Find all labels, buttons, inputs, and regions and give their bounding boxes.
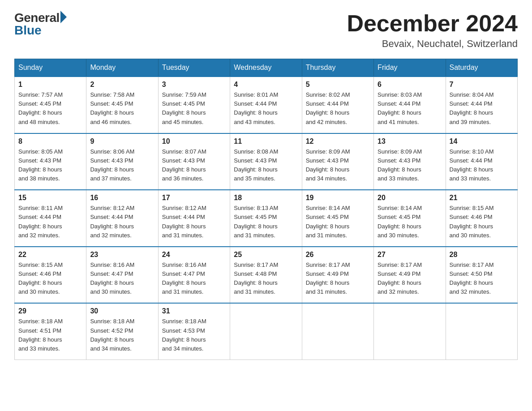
day-info: Sunrise: 8:17 AMSunset: 4:49 PMDaylight:… xyxy=(306,261,370,297)
calendar-cell: 2Sunrise: 7:58 AMSunset: 4:45 PMDaylight… xyxy=(86,77,158,133)
calendar-header-row: SundayMondayTuesdayWednesdayThursdayFrid… xyxy=(15,59,518,77)
calendar-cell: 7Sunrise: 8:04 AMSunset: 4:44 PMDaylight… xyxy=(446,77,517,133)
day-info: Sunrise: 8:07 AMSunset: 4:43 PMDaylight:… xyxy=(162,147,226,184)
week-row-1: 1Sunrise: 7:57 AMSunset: 4:45 PMDaylight… xyxy=(15,77,518,133)
calendar-cell xyxy=(446,303,517,360)
day-number: 28 xyxy=(450,251,514,259)
day-number: 14 xyxy=(450,137,514,146)
calendar-cell: 9Sunrise: 8:06 AMSunset: 4:43 PMDaylight… xyxy=(86,133,158,190)
day-info: Sunrise: 8:12 AMSunset: 4:44 PMDaylight:… xyxy=(90,204,154,240)
calendar-cell: 4Sunrise: 8:01 AMSunset: 4:44 PMDaylight… xyxy=(230,77,302,133)
day-number: 21 xyxy=(450,194,514,202)
day-number: 30 xyxy=(90,307,154,315)
day-number: 13 xyxy=(378,137,442,146)
calendar-cell: 10Sunrise: 8:07 AMSunset: 4:43 PMDayligh… xyxy=(158,133,230,190)
day-info: Sunrise: 8:01 AMSunset: 4:44 PMDaylight:… xyxy=(234,90,298,127)
calendar-cell: 23Sunrise: 8:16 AMSunset: 4:47 PMDayligh… xyxy=(86,247,158,304)
calendar-cell: 31Sunrise: 8:18 AMSunset: 4:53 PMDayligh… xyxy=(158,303,230,360)
month-title: December 2024 xyxy=(347,11,518,36)
header-col-friday: Friday xyxy=(374,59,446,77)
calendar-cell: 22Sunrise: 8:15 AMSunset: 4:46 PMDayligh… xyxy=(15,247,86,304)
day-number: 2 xyxy=(90,81,154,89)
day-number: 20 xyxy=(378,194,442,202)
day-info: Sunrise: 8:08 AMSunset: 4:43 PMDaylight:… xyxy=(234,147,298,184)
day-info: Sunrise: 8:04 AMSunset: 4:44 PMDaylight:… xyxy=(450,90,514,127)
day-number: 31 xyxy=(162,307,226,315)
day-info: Sunrise: 8:16 AMSunset: 4:47 PMDaylight:… xyxy=(162,261,226,297)
calendar-cell: 27Sunrise: 8:17 AMSunset: 4:49 PMDayligh… xyxy=(374,247,446,304)
calendar-cell: 26Sunrise: 8:17 AMSunset: 4:49 PMDayligh… xyxy=(302,247,373,304)
calendar-cell: 21Sunrise: 8:15 AMSunset: 4:46 PMDayligh… xyxy=(446,190,517,247)
day-info: Sunrise: 8:16 AMSunset: 4:47 PMDaylight:… xyxy=(90,261,154,297)
day-info: Sunrise: 8:15 AMSunset: 4:46 PMDaylight:… xyxy=(18,261,82,297)
calendar-cell xyxy=(230,303,302,360)
day-number: 3 xyxy=(162,81,226,89)
day-info: Sunrise: 8:13 AMSunset: 4:45 PMDaylight:… xyxy=(234,204,298,240)
day-info: Sunrise: 7:58 AMSunset: 4:45 PMDaylight:… xyxy=(90,90,154,127)
day-info: Sunrise: 8:06 AMSunset: 4:43 PMDaylight:… xyxy=(90,147,154,184)
calendar-cell: 17Sunrise: 8:12 AMSunset: 4:44 PMDayligh… xyxy=(158,190,230,247)
day-info: Sunrise: 8:02 AMSunset: 4:44 PMDaylight:… xyxy=(306,90,370,127)
calendar-cell: 3Sunrise: 7:59 AMSunset: 4:45 PMDaylight… xyxy=(158,77,230,133)
day-info: Sunrise: 8:03 AMSunset: 4:44 PMDaylight:… xyxy=(378,90,442,127)
day-info: Sunrise: 8:14 AMSunset: 4:45 PMDaylight:… xyxy=(378,204,442,240)
title-area: December 2024 Bevaix, Neuchatel, Switzer… xyxy=(347,11,518,50)
week-row-4: 22Sunrise: 8:15 AMSunset: 4:46 PMDayligh… xyxy=(15,247,518,304)
calendar-cell: 11Sunrise: 8:08 AMSunset: 4:43 PMDayligh… xyxy=(230,133,302,190)
calendar-cell: 8Sunrise: 8:05 AMSunset: 4:43 PMDaylight… xyxy=(15,133,86,190)
day-number: 22 xyxy=(18,251,82,259)
day-number: 9 xyxy=(90,137,154,146)
day-number: 23 xyxy=(90,251,154,259)
day-number: 11 xyxy=(234,137,298,146)
header-col-sunday: Sunday xyxy=(15,59,86,77)
logo-arrow-icon xyxy=(60,11,67,23)
logo-blue-text: Blue xyxy=(14,23,42,38)
week-row-5: 29Sunrise: 8:18 AMSunset: 4:51 PMDayligh… xyxy=(15,303,518,360)
page-header: General Blue December 2024 Bevaix, Neuch… xyxy=(14,11,518,50)
day-info: Sunrise: 7:57 AMSunset: 4:45 PMDaylight:… xyxy=(18,90,82,127)
week-row-2: 8Sunrise: 8:05 AMSunset: 4:43 PMDaylight… xyxy=(15,133,518,190)
calendar-cell: 20Sunrise: 8:14 AMSunset: 4:45 PMDayligh… xyxy=(374,190,446,247)
day-number: 8 xyxy=(18,137,82,146)
day-number: 19 xyxy=(306,194,370,202)
calendar-cell: 5Sunrise: 8:02 AMSunset: 4:44 PMDaylight… xyxy=(302,77,373,133)
day-info: Sunrise: 8:10 AMSunset: 4:44 PMDaylight:… xyxy=(450,147,514,184)
calendar-cell: 15Sunrise: 8:11 AMSunset: 4:44 PMDayligh… xyxy=(15,190,86,247)
day-info: Sunrise: 8:15 AMSunset: 4:46 PMDaylight:… xyxy=(450,204,514,240)
header-col-tuesday: Tuesday xyxy=(158,59,230,77)
calendar-cell: 13Sunrise: 8:09 AMSunset: 4:43 PMDayligh… xyxy=(374,133,446,190)
day-number: 18 xyxy=(234,194,298,202)
day-info: Sunrise: 8:17 AMSunset: 4:49 PMDaylight:… xyxy=(378,261,442,297)
header-col-thursday: Thursday xyxy=(302,59,373,77)
calendar-cell: 1Sunrise: 7:57 AMSunset: 4:45 PMDaylight… xyxy=(15,77,86,133)
day-number: 1 xyxy=(18,81,82,89)
calendar-cell: 6Sunrise: 8:03 AMSunset: 4:44 PMDaylight… xyxy=(374,77,446,133)
day-number: 15 xyxy=(18,194,82,202)
calendar-cell: 25Sunrise: 8:17 AMSunset: 4:48 PMDayligh… xyxy=(230,247,302,304)
calendar-cell: 19Sunrise: 8:14 AMSunset: 4:45 PMDayligh… xyxy=(302,190,373,247)
location-title: Bevaix, Neuchatel, Switzerland xyxy=(347,38,518,50)
day-number: 29 xyxy=(18,307,82,315)
header-col-monday: Monday xyxy=(86,59,158,77)
calendar-cell: 29Sunrise: 8:18 AMSunset: 4:51 PMDayligh… xyxy=(15,303,86,360)
day-info: Sunrise: 8:09 AMSunset: 4:43 PMDaylight:… xyxy=(378,147,442,184)
day-info: Sunrise: 8:11 AMSunset: 4:44 PMDaylight:… xyxy=(18,204,82,240)
day-info: Sunrise: 8:09 AMSunset: 4:43 PMDaylight:… xyxy=(306,147,370,184)
day-info: Sunrise: 7:59 AMSunset: 4:45 PMDaylight:… xyxy=(162,90,226,127)
day-number: 24 xyxy=(162,251,226,259)
day-info: Sunrise: 8:18 AMSunset: 4:52 PMDaylight:… xyxy=(90,317,154,353)
week-row-3: 15Sunrise: 8:11 AMSunset: 4:44 PMDayligh… xyxy=(15,190,518,247)
calendar-table: SundayMondayTuesdayWednesdayThursdayFrid… xyxy=(14,59,518,360)
day-number: 6 xyxy=(378,81,442,89)
day-number: 27 xyxy=(378,251,442,259)
calendar-cell: 24Sunrise: 8:16 AMSunset: 4:47 PMDayligh… xyxy=(158,247,230,304)
day-number: 5 xyxy=(306,81,370,89)
day-info: Sunrise: 8:18 AMSunset: 4:51 PMDaylight:… xyxy=(18,317,82,353)
calendar-cell: 18Sunrise: 8:13 AMSunset: 4:45 PMDayligh… xyxy=(230,190,302,247)
calendar-cell: 14Sunrise: 8:10 AMSunset: 4:44 PMDayligh… xyxy=(446,133,517,190)
day-info: Sunrise: 8:17 AMSunset: 4:50 PMDaylight:… xyxy=(450,261,514,297)
header-col-wednesday: Wednesday xyxy=(230,59,302,77)
day-info: Sunrise: 8:18 AMSunset: 4:53 PMDaylight:… xyxy=(162,317,226,353)
day-info: Sunrise: 8:14 AMSunset: 4:45 PMDaylight:… xyxy=(306,204,370,240)
header-col-saturday: Saturday xyxy=(446,59,517,77)
